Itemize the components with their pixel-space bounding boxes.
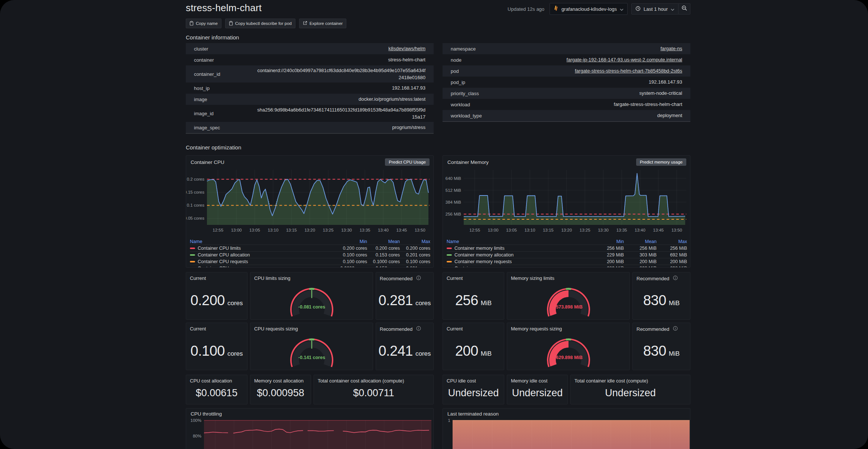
panel-title: Recommended — [376, 323, 433, 332]
container-information-tables: clusterk8sdev/aws/helmcontainerstress-he… — [186, 43, 690, 134]
legend-series-name[interactable]: Container CPU allocation — [190, 252, 328, 258]
svg-text:12:55: 12:55 — [213, 228, 223, 232]
button-label: Explore container — [310, 21, 343, 26]
panel-memory-cost-allocation: Memory cost allocation$0.000958 — [250, 375, 311, 404]
svg-text:-0.141 cores: -0.141 cores — [298, 355, 325, 360]
cost-panel-group: CPU cost allocation$0.00615Memory cost a… — [186, 375, 434, 404]
panel-title-text: Memory requests sizing — [511, 326, 562, 332]
panel-title: Container CPU — [191, 159, 224, 165]
info-row: image_idsha256:9d98b4a6b6d1fe73461741116… — [186, 105, 434, 122]
series-color-chip — [447, 268, 452, 268]
stat-value: 830MiB — [643, 293, 680, 309]
info-value: containerd://240c0b04997a7981cf63ddc840e… — [257, 67, 425, 81]
svg-text:-0.081 cores: -0.081 cores — [298, 304, 325, 310]
info-label: image_spec — [194, 125, 257, 130]
legend-max-value: 0.201 cores — [400, 266, 430, 268]
zoom-out-button[interactable] — [678, 3, 690, 14]
clipboard-icon — [190, 21, 194, 26]
stat-number: 200 — [455, 343, 478, 359]
panel-title: Memory sizing limits — [507, 272, 629, 281]
series-color-chip — [447, 248, 452, 249]
panel-title-text: Recommended — [637, 276, 669, 281]
stat-value-area: 830MiB — [633, 332, 690, 370]
legend-min-value: 200 MiB — [585, 259, 624, 264]
cost-value-area: $0.00615 — [186, 382, 247, 404]
explore-container-button[interactable]: Explore container — [299, 19, 347, 28]
legend-series-name[interactable]: Container CPU limits — [190, 246, 328, 251]
panel-title: Container Memory — [447, 159, 489, 165]
svg-text:13:30: 13:30 — [341, 228, 352, 232]
info-value: system-node-critical — [514, 90, 682, 97]
panel-title: CPU limits sizing — [250, 272, 373, 281]
info-link-cluster[interactable]: k8sdev/aws/helm — [388, 46, 425, 51]
svg-text:1: 1 — [448, 418, 450, 423]
legend-series-name[interactable]: Container memory requests — [447, 259, 585, 264]
info-row: clusterk8sdev/aws/helm — [186, 43, 434, 54]
info-row: workload_typedeployment — [443, 110, 690, 121]
stat-number: 256 — [455, 293, 478, 309]
legend-header-mean[interactable]: Mean — [367, 239, 400, 244]
series-color-chip — [190, 254, 195, 256]
legend-series-name[interactable]: Container CPU usage — [190, 266, 328, 268]
legend-series-name[interactable]: Container memory usage — [447, 266, 585, 268]
stat-value: 830MiB — [643, 343, 680, 359]
svg-text:-629.898 MiB: -629.898 MiB — [554, 355, 583, 360]
copy-name-button[interactable]: Copy name — [186, 19, 221, 28]
legend-header-max[interactable]: Max — [400, 239, 430, 244]
legend-mean-value: 0.153 cores — [367, 252, 400, 258]
panel-title-text: Current — [190, 326, 206, 332]
loki-datasource-icon — [554, 6, 558, 12]
legend-row: Container memory limits256 MiB256 MiB256… — [447, 245, 687, 251]
legend-mean-value: 0.200 cores — [367, 246, 400, 251]
info-value: progrium/stress — [257, 124, 425, 131]
svg-text:13:45: 13:45 — [396, 228, 407, 232]
cost-row: CPU cost allocation$0.00615Memory cost a… — [186, 375, 690, 404]
time-range-picker[interactable]: Last 1 hour — [631, 3, 678, 14]
panel-title-text: CPU requests sizing — [254, 326, 298, 332]
svg-text:80%: 80% — [193, 434, 201, 438]
stat-value-area: 0.200cores — [186, 281, 247, 319]
legend-series-name[interactable]: Container memory limits — [447, 246, 585, 251]
legend-header-mean[interactable]: Mean — [624, 239, 657, 244]
panel-title: Recommended — [633, 272, 690, 281]
panel-title: Recommended — [376, 272, 433, 281]
legend-header-min[interactable]: Min — [585, 239, 624, 244]
sizing-panel-group: Current256MiBMemory sizing limits-573.89… — [443, 272, 690, 320]
legend-header-max[interactable]: Max — [657, 239, 687, 244]
info-label: workload_type — [451, 113, 514, 119]
svg-text:0.2 cores: 0.2 cores — [187, 177, 205, 181]
legend-row: Container CPU requests0.100 cores0.1000 … — [190, 258, 430, 265]
info-link-namespace[interactable]: fargate-ns — [660, 46, 682, 51]
stat-unit: cores — [415, 300, 431, 307]
stat-unit: MiB — [669, 350, 680, 358]
legend-header-name[interactable]: Name — [190, 239, 328, 244]
panel-memory-idle-cost: Memory idle costUndersized — [507, 375, 568, 404]
panel-recommended: Recommended830MiB — [632, 272, 690, 320]
legend-header-min[interactable]: Min — [328, 239, 367, 244]
svg-text:13:05: 13:05 — [249, 228, 260, 232]
optimization-charts: Container CPUPredict CPU Usage0.05 cores… — [186, 155, 690, 268]
copy-kubectl-describe-for-pod-button[interactable]: Copy kubectl describe for pod — [225, 19, 295, 28]
info-link-pod[interactable]: fargate-stress-stress-helm-chart-7b85458… — [575, 68, 682, 74]
info-link-node[interactable]: fargate-ip-192-168-147-93.us-west-2.comp… — [567, 57, 682, 62]
legend-header-name[interactable]: Name — [447, 239, 585, 244]
datasource-label: grafanacloud-k8sdev-logs — [561, 6, 617, 12]
cpu-throttling-chart: 100%80%60% — [186, 417, 433, 449]
stat-number: 0.100 — [190, 343, 225, 359]
series-label: Container CPU usage — [198, 266, 243, 268]
datasource-picker[interactable]: grafanacloud-k8sdev-logs — [550, 3, 628, 15]
predict-cpu-usage-button[interactable]: Predict CPU Usage — [385, 158, 430, 166]
svg-text:13:40: 13:40 — [378, 228, 389, 232]
stat-unit: cores — [415, 350, 431, 358]
info-value: deployment — [514, 112, 682, 119]
cost-value: Undersized — [605, 387, 656, 399]
legend-min-value: 0.200 cores — [328, 246, 367, 251]
stat-value: 0.200cores — [190, 293, 243, 309]
svg-text:12:55: 12:55 — [469, 228, 480, 232]
legend-series-name[interactable]: Container memory allocation — [447, 252, 585, 258]
legend-series-name[interactable]: Container CPU requests — [190, 259, 328, 264]
info-row: containerstress-helm-chart — [186, 54, 434, 65]
svg-text:13:35: 13:35 — [360, 228, 370, 232]
predict-memory-usage-button[interactable]: Predict memory usage — [636, 158, 686, 166]
svg-text:640 MiB: 640 MiB — [446, 176, 461, 181]
